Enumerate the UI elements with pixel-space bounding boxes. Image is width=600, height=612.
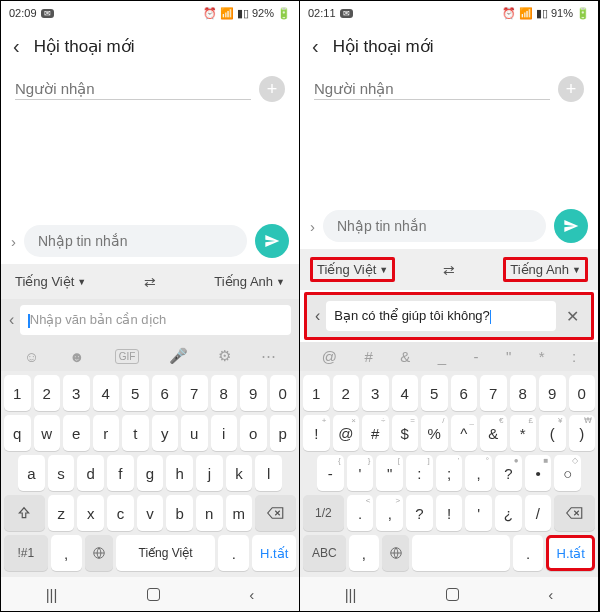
key-q[interactable]: q <box>4 415 31 451</box>
comma-key[interactable]: , <box>51 535 82 571</box>
key-#[interactable]: #÷ <box>362 415 389 451</box>
send-button[interactable] <box>554 209 588 243</box>
swap-languages-button[interactable]: ⇄ <box>144 274 156 290</box>
space-key[interactable]: Tiếng Việt <box>116 535 216 571</box>
key-'[interactable]: ' <box>465 495 492 531</box>
message-input[interactable] <box>323 210 546 242</box>
key-v[interactable]: v <box>137 495 164 531</box>
key-o[interactable]: o <box>240 415 267 451</box>
key-r[interactable]: r <box>93 415 120 451</box>
voice-icon[interactable]: 🎤 <box>169 347 188 365</box>
key-h[interactable]: h <box>166 455 193 491</box>
key-g[interactable]: g <box>137 455 164 491</box>
key-○[interactable]: ○◇ <box>554 455 581 491</box>
recents-button[interactable]: ||| <box>46 586 58 603</box>
collapse-icon[interactable]: ‹ <box>9 311 14 329</box>
key-z[interactable]: z <box>48 495 75 531</box>
comma-key[interactable]: , <box>349 535 379 571</box>
source-language-button[interactable]: Tiếng Việt▼ <box>11 272 90 291</box>
key-.[interactable]: .< <box>347 495 374 531</box>
key-c[interactable]: c <box>107 495 134 531</box>
key-n[interactable]: n <box>196 495 223 531</box>
abc-key[interactable]: ABC <box>303 535 346 571</box>
sticker-icon[interactable]: ☻ <box>69 348 85 365</box>
key-u[interactable]: u <box>181 415 208 451</box>
key-7[interactable]: 7 <box>181 375 208 411</box>
key-p[interactable]: p <box>270 415 297 451</box>
key-4[interactable]: 4 <box>93 375 120 411</box>
emoji-icon[interactable]: ☺ <box>24 348 39 365</box>
suggestion-item[interactable]: & <box>400 348 410 365</box>
back-icon[interactable]: ‹ <box>312 35 319 58</box>
key-8[interactable]: 8 <box>211 375 238 411</box>
key-j[interactable]: j <box>196 455 223 491</box>
key-)[interactable]: )₩ <box>569 415 596 451</box>
suggestion-item[interactable]: : <box>572 348 576 365</box>
suggestion-item[interactable]: * <box>539 348 545 365</box>
key-9[interactable]: 9 <box>539 375 566 411</box>
key-;[interactable]: ;' <box>436 455 463 491</box>
key-a[interactable]: a <box>18 455 45 491</box>
target-language-button[interactable]: Tiếng Anh▼ <box>503 257 588 282</box>
add-recipient-button[interactable]: + <box>259 76 285 102</box>
expand-icon[interactable]: › <box>11 233 16 250</box>
key-,[interactable]: ,> <box>376 495 403 531</box>
key-![interactable]: !+ <box>303 415 330 451</box>
key-5[interactable]: 5 <box>421 375 448 411</box>
key-s[interactable]: s <box>48 455 75 491</box>
suggestion-item[interactable]: # <box>364 348 372 365</box>
key-2[interactable]: 2 <box>333 375 360 411</box>
key-m[interactable]: m <box>226 495 253 531</box>
key--[interactable]: -{ <box>317 455 344 491</box>
key-¿[interactable]: ¿ <box>495 495 522 531</box>
key-6[interactable]: 6 <box>152 375 179 411</box>
key-:[interactable]: :] <box>406 455 433 491</box>
key-e[interactable]: e <box>63 415 90 451</box>
clear-icon[interactable]: ✕ <box>562 307 583 326</box>
key-2[interactable]: 2 <box>34 375 61 411</box>
add-recipient-button[interactable]: + <box>558 76 584 102</box>
language-switch-key[interactable] <box>85 535 113 571</box>
key-0[interactable]: 0 <box>270 375 297 411</box>
key-"[interactable]: "[ <box>376 455 403 491</box>
back-button[interactable]: ‹ <box>548 586 553 603</box>
key-9[interactable]: 9 <box>240 375 267 411</box>
key-&[interactable]: &€ <box>480 415 507 451</box>
target-language-button[interactable]: Tiếng Anh▼ <box>210 272 289 291</box>
page-toggle-key[interactable]: 1/2 <box>303 495 344 531</box>
back-button[interactable]: ‹ <box>249 586 254 603</box>
suggestion-item[interactable]: _ <box>438 348 446 365</box>
key-0[interactable]: 0 <box>569 375 596 411</box>
key-^[interactable]: ^_ <box>451 415 478 451</box>
language-switch-key[interactable] <box>382 535 409 571</box>
suggestion-item[interactable]: - <box>473 348 478 365</box>
key-![interactable]: ! <box>436 495 463 531</box>
key-i[interactable]: i <box>211 415 238 451</box>
backspace-key[interactable] <box>255 495 296 531</box>
key-,[interactable]: ,° <box>465 455 492 491</box>
home-button[interactable] <box>147 588 160 601</box>
key-5[interactable]: 5 <box>122 375 149 411</box>
recents-button[interactable]: ||| <box>345 586 357 603</box>
recipient-input[interactable] <box>314 78 550 100</box>
key-4[interactable]: 4 <box>392 375 419 411</box>
key-%[interactable]: %/ <box>421 415 448 451</box>
recipient-input[interactable] <box>15 78 251 100</box>
suggestion-item[interactable]: " <box>506 348 511 365</box>
message-input[interactable] <box>24 225 247 257</box>
expand-icon[interactable]: › <box>310 218 315 235</box>
key-d[interactable]: d <box>77 455 104 491</box>
key-t[interactable]: t <box>122 415 149 451</box>
collapse-icon[interactable]: ‹ <box>315 307 320 325</box>
suggestion-item[interactable]: @ <box>322 348 337 365</box>
key-?[interactable]: ? <box>406 495 433 531</box>
done-key[interactable]: H.tất <box>252 535 296 571</box>
key-3[interactable]: 3 <box>362 375 389 411</box>
swap-languages-button[interactable]: ⇄ <box>443 262 455 278</box>
key-?[interactable]: ?● <box>495 455 522 491</box>
key-k[interactable]: k <box>226 455 253 491</box>
shift-key[interactable] <box>4 495 45 531</box>
space-key[interactable] <box>412 535 509 571</box>
period-key[interactable]: . <box>513 535 543 571</box>
key-3[interactable]: 3 <box>63 375 90 411</box>
